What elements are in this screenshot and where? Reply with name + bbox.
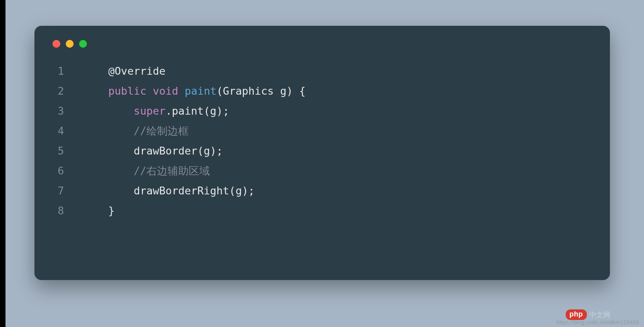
code-line: 2 public void paint(Graphics g) { (52, 81, 593, 101)
line-number: 2 (52, 81, 83, 101)
line-content: //绘制边框 (83, 121, 189, 141)
code-line: 7 drawBorderRight(g); (52, 181, 593, 201)
code-card: 1 @Override2 public void paint(Graphics … (34, 26, 610, 280)
code-block: 1 @Override2 public void paint(Graphics … (52, 61, 593, 221)
line-number: 4 (52, 121, 83, 141)
code-line: 8 } (52, 201, 593, 221)
line-content: } (83, 201, 115, 221)
left-black-edge (0, 0, 5, 327)
code-line: 3 super.paint(g); (52, 101, 593, 121)
code-line: 4 //绘制边框 (52, 121, 593, 141)
line-number: 7 (52, 181, 83, 201)
code-line: 5 drawBorder(g); (52, 141, 593, 161)
zoom-dot-icon (79, 40, 87, 48)
line-content: drawBorder(g); (83, 141, 223, 161)
line-content: drawBorderRight(g); (83, 181, 255, 201)
close-dot-icon (52, 40, 60, 48)
watermark-url: https://blog.csdn.net/dkm123456 (556, 319, 639, 325)
watermark-label: 中文网 (589, 310, 610, 320)
php-badge-icon: php (566, 309, 587, 320)
line-content: //右边辅助区域 (83, 161, 210, 181)
code-line: 1 @Override (52, 61, 593, 81)
minimize-dot-icon (66, 40, 74, 48)
line-content: public void paint(Graphics g) { (83, 81, 306, 101)
line-number: 6 (52, 161, 83, 181)
line-number: 3 (52, 101, 83, 121)
line-content: super.paint(g); (83, 101, 229, 121)
window-controls (52, 40, 593, 48)
line-number: 5 (52, 141, 83, 161)
line-content: @Override (83, 61, 166, 81)
line-number: 8 (52, 201, 83, 221)
watermark-badge: php 中文网 (566, 309, 611, 320)
line-number: 1 (52, 61, 83, 81)
code-line: 6 //右边辅助区域 (52, 161, 593, 181)
